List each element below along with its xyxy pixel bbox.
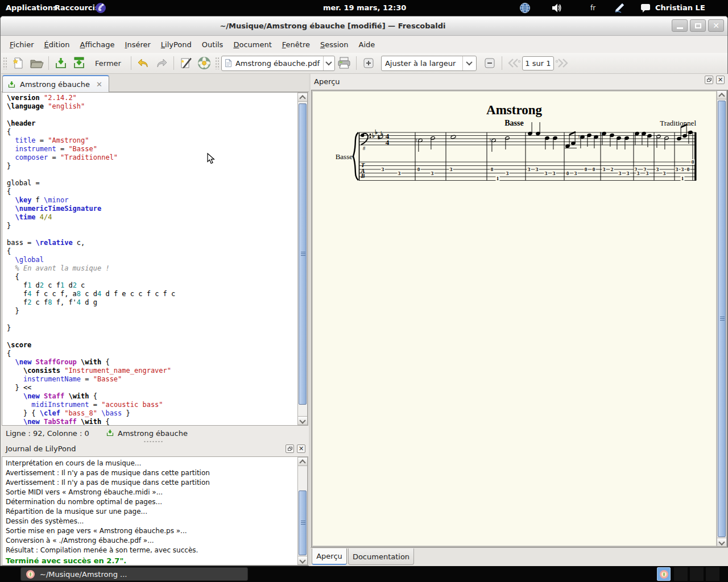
code-line: { [7,350,175,358]
undo-button[interactable] [135,55,152,71]
svg-text:♮: ♮ [415,138,417,143]
zoom-out-button[interactable] [481,55,498,71]
volume-icon[interactable] [551,2,563,14]
float-panel-button[interactable] [705,76,713,84]
svg-text:0: 0 [491,167,494,172]
close-panel-button[interactable]: ✕ [297,444,305,453]
toolbar-grip[interactable] [3,57,7,69]
lilypond-compile-button[interactable] [196,55,213,71]
document-saved-icon [106,429,114,437]
menu-lilypond[interactable]: LilyPond [156,38,197,51]
zoom-level-arrow[interactable] [462,56,476,70]
log-scrollbar[interactable] [297,457,308,565]
menu-insérer[interactable]: Insérer [120,38,156,51]
chat-bubble-icon[interactable] [639,2,652,14]
code-line: \new Staff \with { [7,392,175,401]
log-scrollbar-thumb[interactable] [299,490,307,555]
scroll-up-arrow[interactable] [298,93,307,102]
save-button[interactable] [52,55,69,71]
code-line: title = "Amstrong" [7,136,175,145]
scroll-down-arrow[interactable] [298,416,307,425]
task-button-frescobaldi[interactable]: ~/Musique/Amstrong ... [20,567,248,581]
score-title: Amstrong [486,103,542,117]
zoom-in-button[interactable] [360,55,377,71]
printer-icon [337,56,351,70]
close-button[interactable]: ✕ [708,19,724,32]
previous-page-button[interactable] [505,55,522,71]
menu-affichage[interactable]: Affichage [75,38,119,51]
edit-in-place-button[interactable] [177,55,195,71]
log-line: Conversion à « ./Amstrong ébauche.pdf ».… [2,536,308,546]
menu-document[interactable]: Document [228,38,276,51]
code-line: instrument = "Basse" [7,145,175,153]
svg-text:3: 3 [637,171,640,176]
tab-apercu[interactable]: Aperçu [312,548,347,565]
tab-label: Amstrong ébauche [20,80,90,89]
code-line: \score [7,341,175,350]
titlebar[interactable]: ~/Musique/Amstrong ébauche [modifié] — F… [1,16,727,36]
network-globe-icon[interactable] [519,2,531,14]
user-name[interactable]: Christian LE BARS [655,0,728,16]
next-page-icon [555,57,570,69]
document-selector-arrow[interactable] [323,56,334,70]
edit-pencil-icon [179,56,193,70]
svg-text:B: B [360,173,365,179]
svg-text:1: 1 [681,176,684,181]
tab-documentation[interactable]: Documentation [348,548,414,565]
keyboard-layout-indicator[interactable]: fr [590,0,595,16]
zoom-level-combo[interactable]: Ajuster à la largeur [381,56,477,71]
open-document-button[interactable] [28,55,45,71]
frescobaldi-panel-icon[interactable] [94,2,107,14]
svg-text:3: 3 [506,171,509,176]
task-button-label: ~/Musique/Amstrong ... [40,570,127,579]
tray-icon-active[interactable] [657,567,671,581]
float-panel-button[interactable] [286,444,294,453]
log-panel-title: Journal de LilyPond [6,444,76,453]
preview-scrollbar-thumb[interactable] [718,101,726,537]
svg-text:3: 3 [619,171,622,176]
preview-panel-title: Aperçu [314,77,340,86]
menu-session[interactable]: Session [315,38,354,51]
tray-frescobaldi-icon [659,569,669,579]
menu-outils[interactable]: Outils [197,38,229,51]
svg-text:3: 3 [681,167,684,172]
scroll-down-arrow[interactable] [717,538,726,546]
log-success-message: Terminé avec succès en 2.7". [2,555,308,566]
save-as-icon [72,56,86,70]
document-selector-combo[interactable]: Amstrong ébauche.pdf [221,56,335,71]
print-button[interactable] [336,55,353,71]
menu-édition[interactable]: Édition [39,38,75,51]
scroll-down-arrow[interactable] [298,556,307,564]
pdf-page[interactable]: Amstrong Basse Traditionnel Basse [313,92,716,546]
clock[interactable]: mer. 19 mars, 12:30 [323,0,406,16]
toolbar-grip-2[interactable] [215,57,220,69]
editor-scrollbar[interactable] [297,93,308,425]
lilypond-log[interactable]: Interprétation en cours de la musique...… [2,456,308,566]
close-document-button[interactable]: Fermer [88,59,128,68]
page-number-field[interactable]: 1 sur 1 [522,56,554,70]
stylus-icon[interactable] [613,2,626,14]
menu-fenêtre[interactable]: Fenêtre [277,38,315,51]
menu-fichier[interactable]: Fichier [5,38,39,51]
menu-aide[interactable]: Aide [354,38,380,51]
save-as-button[interactable] [71,55,88,71]
code-line: f2 c f8 f, f'4 d g [7,298,175,307]
tab-amstrong-ebauche[interactable]: Amstrong ébauche ✕ [2,75,109,92]
minimize-button[interactable] [672,19,688,32]
close-panel-button[interactable]: ✕ [716,76,725,84]
editor-scrollbar-thumb[interactable] [299,103,307,405]
maximize-button[interactable] [690,19,706,32]
code-line: bass = \relative c, [7,239,175,247]
code-content: \version "2.14.2"\language "english" \he… [2,94,175,426]
toolbar: Fermer [1,53,727,74]
code-line [7,332,175,341]
scroll-up-arrow[interactable] [717,91,726,99]
redo-button[interactable] [153,55,170,71]
tab-close-icon[interactable]: ✕ [96,80,102,89]
new-document-button[interactable] [10,55,27,71]
code-editor[interactable]: \version "2.14.2"\language "english" \he… [2,92,308,426]
next-page-button[interactable] [554,55,571,71]
scroll-up-arrow[interactable] [298,458,307,466]
code-line: } [7,307,175,315]
preview-scrollbar[interactable] [717,90,727,547]
